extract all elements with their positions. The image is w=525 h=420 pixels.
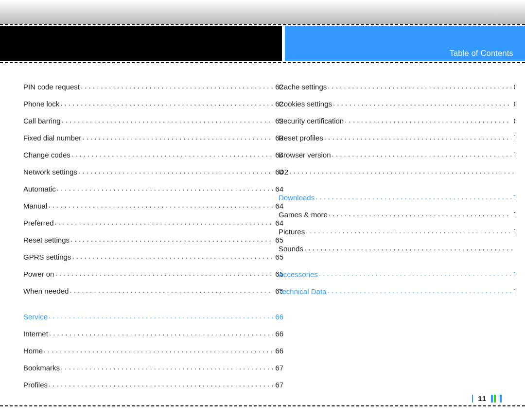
toc-section-line: Downloads71 bbox=[279, 191, 515, 208]
toc-entry-line: Cache settings69 bbox=[279, 80, 515, 97]
toc-leader-dots bbox=[49, 329, 273, 336]
toc-column-left: PIN code request62Phone lock62Call barri… bbox=[23, 80, 283, 391]
toc-entry-line: Home66 bbox=[23, 344, 283, 361]
toc-title: Profiles bbox=[23, 381, 49, 388]
toc-title: Internet bbox=[23, 330, 49, 337]
footer-separator bbox=[472, 395, 473, 402]
toc-title: Home bbox=[23, 347, 44, 354]
toc-entry-line: Automatic64 bbox=[23, 182, 283, 199]
toc-spacer bbox=[23, 301, 283, 310]
toc-content: PIN code request62Phone lock62Call barri… bbox=[23, 80, 515, 391]
toc-section-line: Technical Data74 bbox=[279, 285, 515, 302]
toc-title: Call barring bbox=[23, 117, 62, 124]
svg-rect-2 bbox=[497, 395, 499, 402]
toc-entry-line: Reset settings65 bbox=[23, 233, 283, 250]
toc-leader-dots bbox=[57, 184, 274, 192]
toc-leader-dots bbox=[81, 82, 273, 89]
svg-rect-3 bbox=[500, 395, 502, 402]
toc-entry-line: When needed65 bbox=[23, 284, 283, 301]
toc-section-line: Accessories73 bbox=[279, 268, 515, 285]
toc-page: 69 bbox=[511, 100, 515, 107]
toc-title: PIN code request bbox=[23, 83, 81, 90]
toc-leader-dots bbox=[289, 167, 515, 175]
toc-title: GPRS settings bbox=[23, 253, 72, 261]
toc-leader-dots bbox=[49, 312, 273, 319]
toc-entry-line: Security certification69 bbox=[279, 114, 515, 131]
page-number: 11 bbox=[478, 394, 486, 402]
toc-entry-line: Power on65 bbox=[23, 267, 283, 284]
toc-section-line: Service66 bbox=[23, 310, 283, 327]
toc-title: Reset settings bbox=[23, 236, 70, 244]
toc-title: Fixed dial number bbox=[23, 134, 82, 141]
toc-entry-line: Sounds7 bbox=[279, 242, 515, 259]
toc-entry-line: GPRS settings65 bbox=[23, 250, 283, 267]
footer-color-bars-icon bbox=[491, 395, 510, 402]
toc-entry-line: Games & more71 bbox=[279, 208, 515, 225]
toc-spacer bbox=[279, 182, 515, 191]
toc-title: Browser version bbox=[279, 151, 332, 158]
toc-title: Manual bbox=[23, 202, 48, 210]
toc-spacer bbox=[279, 259, 515, 268]
toc-title: When needed bbox=[23, 287, 70, 295]
toc-title: Cookies settings bbox=[279, 100, 333, 107]
toc-leader-dots bbox=[72, 252, 273, 260]
toc-title: Reset profiles bbox=[279, 134, 324, 141]
toc-leader-dots bbox=[55, 218, 274, 226]
toc-entry-line: Profiles67 bbox=[23, 378, 283, 391]
manual-page: Table of Contents PIN code request62Phon… bbox=[0, 0, 525, 420]
top-gradient bbox=[0, 0, 525, 24]
toc-entry-line: Manual64 bbox=[23, 199, 283, 216]
toc-leader-dots bbox=[304, 244, 515, 251]
toc-title: Bookmarks bbox=[23, 364, 61, 371]
toc-entry-line: Phone lock62 bbox=[23, 97, 283, 114]
toc-leader-dots bbox=[61, 363, 273, 370]
crop-dash-header-bottom bbox=[0, 62, 525, 63]
toc-entry-line: PIN code request62 bbox=[23, 80, 283, 97]
toc-leader-dots bbox=[333, 99, 511, 106]
crop-dash-top bbox=[0, 24, 525, 25]
toc-column-right: Cache settings69Cookies settings69Securi… bbox=[279, 80, 515, 391]
toc-entry-line: Internet66 bbox=[23, 327, 283, 344]
toc-title: Automatic bbox=[23, 185, 57, 192]
toc-leader-dots bbox=[327, 287, 511, 294]
toc-leader-dots bbox=[44, 346, 273, 353]
toc-entry-line: Bookmarks67 bbox=[23, 361, 283, 378]
toc-title: Accessories bbox=[279, 271, 319, 278]
toc-title: Preferred bbox=[23, 219, 55, 227]
toc-entry-line: Call barring62 bbox=[23, 114, 283, 131]
toc-title: Change codes bbox=[23, 151, 71, 158]
toc-title: O2 bbox=[279, 168, 289, 175]
toc-leader-dots bbox=[60, 99, 273, 106]
toc-leader-dots bbox=[332, 150, 512, 158]
toc-title: Cache settings bbox=[279, 83, 328, 90]
toc-title: Network settings bbox=[23, 168, 78, 175]
svg-rect-1 bbox=[494, 395, 496, 402]
toc-entry-line: Browser version70 bbox=[279, 148, 515, 165]
toc-leader-dots bbox=[315, 193, 511, 200]
crop-dash-bottom bbox=[0, 405, 525, 406]
toc-title: Power on bbox=[23, 270, 55, 278]
toc-title: Technical Data bbox=[279, 288, 327, 295]
header-blue-bar: Table of Contents bbox=[285, 26, 525, 61]
header-bars: Table of Contents bbox=[0, 26, 525, 61]
toc-page: 71 bbox=[511, 211, 515, 218]
toc-entry-line: Fixed dial number63 bbox=[23, 131, 283, 148]
toc-leader-dots bbox=[78, 167, 273, 175]
header-title: Table of Contents bbox=[450, 49, 513, 58]
toc-title: Service bbox=[23, 313, 49, 320]
toc-leader-dots bbox=[70, 235, 273, 243]
toc-title: Sounds bbox=[279, 245, 304, 252]
toc-leader-dots bbox=[319, 270, 511, 277]
header-black-bar bbox=[0, 26, 282, 61]
toc-page: 69 bbox=[511, 83, 515, 90]
toc-entry-line: O2 bbox=[279, 165, 515, 182]
toc-entry-line: Preferred64 bbox=[23, 216, 283, 233]
toc-leader-dots bbox=[306, 227, 511, 234]
toc-page: 71 bbox=[511, 194, 515, 201]
toc-leader-dots bbox=[71, 150, 274, 158]
toc-entry-line: Reset profiles70 bbox=[279, 131, 515, 148]
toc-page: 73 bbox=[511, 271, 515, 278]
svg-rect-0 bbox=[491, 395, 493, 402]
toc-page: 70 bbox=[511, 151, 515, 158]
toc-leader-dots bbox=[48, 201, 273, 209]
